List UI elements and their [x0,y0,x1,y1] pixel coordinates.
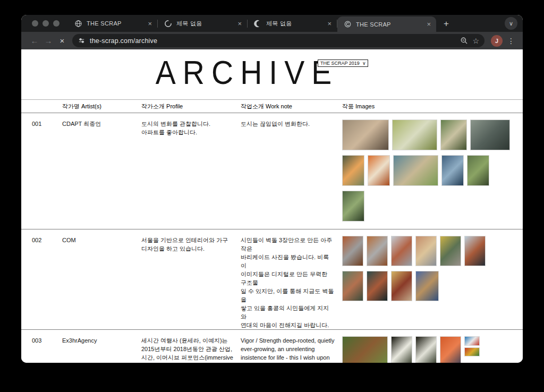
thumbnail-stack [464,336,480,356]
cycad-palm-thumbnail[interactable] [342,336,388,363]
profile-avatar[interactable]: J [491,35,503,47]
tab-the-scrap-active[interactable]: THE SCRAP × [337,16,436,32]
autumn-tree-thumbnail[interactable] [368,155,390,186]
profile-text: 도시의 변화를 관찰합니다. 아파트를 좋아합니다. [141,113,241,229]
barricade-collage-thumbnail[interactable] [415,271,439,301]
barricade-chalkboard-thumbnail[interactable] [342,271,363,301]
thumbnail-row [342,236,523,266]
trees-building-thumbnail[interactable] [440,120,467,150]
chevron-down-icon: ∨ [362,61,366,66]
page-viewport: ARCHIVE THE SCRAP 2019 ∨ 작가명 Artist(s) 작… [21,49,523,363]
barricade-arch-orange-thumbnail[interactable] [367,236,388,266]
barricade-yellow-case-thumbnail[interactable] [391,271,412,301]
artwork-images [342,113,523,229]
close-tab-icon[interactable]: × [327,20,332,27]
work-note-text: 시민들이 벽돌 3장만으로 만든 아주 작은 바리케이드 사진을 봤습니다. 비… [241,229,342,329]
barricade-portrait-thumbnail[interactable] [415,236,437,266]
thumbnail-row [342,120,523,150]
barricade-brick-white-thumbnail[interactable] [391,236,412,266]
tab-the-scrap-1[interactable]: THE SCRAP × [68,15,157,32]
tab-bar: THE SCRAP × 제목 없음 × 제목 없음 [21,15,523,32]
column-header-profile: 작가소개 Profile [141,103,241,110]
edition-select[interactable]: THE SCRAP 2019 ∨ [318,59,368,67]
artist-name: CDAPT 최종언 [62,113,141,229]
site-settings-icon[interactable] [78,37,86,45]
barricade-yellow-table-thumbnail[interactable] [440,236,461,266]
tab-untitled-2[interactable]: 제목 없음 × [248,15,337,32]
interior-window-thumbnail[interactable] [342,120,389,150]
artwork-images [342,330,523,363]
globe-icon [74,20,82,28]
work-note-text: Vigor / Strength deep-rooted, quietly ev… [241,330,342,363]
willow-path-thumbnail[interactable] [392,120,437,150]
green-path-thumbnail[interactable] [467,155,489,186]
back-button[interactable]: ← [28,36,41,45]
close-tab-icon[interactable]: × [148,20,152,27]
column-header-images: 작품 Images [342,103,523,110]
archive-table-body: 001CDAPT 최종언도시의 변화를 관찰합니다. 아파트를 좋아합니다.도시… [21,113,523,363]
new-tab-button[interactable]: + [444,19,449,28]
profile-text: 서울을 기반으로 인테리어와 가구 디자인을 하고 있습니다. [141,229,241,329]
blue-building-thumbnail[interactable] [441,155,464,186]
browser-window: THE SCRAP × 제목 없음 × 제목 없음 [21,15,523,363]
close-window-button[interactable] [32,20,38,27]
tab-untitled-1[interactable]: 제목 없음 × [158,15,247,32]
orchids-left-thumbnail[interactable] [391,336,412,363]
tab-title: THE SCRAP [87,20,143,27]
barricade-blue-sky-thumbnail[interactable] [464,236,486,266]
stop-loading-button[interactable]: × [55,36,69,45]
zoom-window-button[interactable] [53,20,60,27]
work-note-text: 도시는 끊임없이 변화한다. [241,113,342,229]
browser-toolbar: ← → × the-scrap.com/archive ☆ J ⋮ [21,32,523,49]
orchids-right-thumbnail[interactable] [415,336,437,363]
table-row: 001CDAPT 최종언도시의 변화를 관찰합니다. 아파트를 좋아합니다.도시… [21,113,523,229]
lake-dock-thumbnail[interactable] [393,155,438,186]
framed-print-thumbnail[interactable] [464,336,480,346]
close-tab-icon[interactable]: × [427,21,431,28]
column-header-worknote: 작업소개 Work note [241,103,342,110]
abandoned-room-thumbnail[interactable] [470,120,510,150]
tab-title: THE SCRAP [356,21,422,28]
address-bar[interactable]: the-scrap.com/archive ☆ [72,34,484,47]
tab-title: 제목 없음 [176,20,233,28]
row-number: 002 [21,229,62,329]
scrap-favicon-icon [344,20,352,28]
thumbnail-row [342,336,523,363]
moon-icon [254,20,262,28]
thumbnail-row [342,155,523,186]
bookmark-star-icon[interactable]: ☆ [472,37,479,45]
table-header-row: 작가명 Artist(s) 작가소개 Profile 작업소개 Work not… [21,99,523,113]
artist-name: Ex3hrAgency [62,330,141,363]
thumbnail-row [342,271,523,301]
artwork-images [342,229,523,329]
table-row: 002COM서울을 기반으로 인테리어와 가구 디자인을 하고 있습니다.시민들… [21,229,523,330]
archive-logo: ARCHIVE [156,53,338,92]
forest-trail-thumbnail[interactable] [342,191,364,221]
forward-button[interactable]: → [41,36,55,45]
desktop-background: THE SCRAP × 제목 없음 × 제목 없음 [0,0,544,392]
poster-print-thumbnail[interactable] [464,347,480,356]
minimize-window-button[interactable] [42,20,49,27]
thumbnail-row [342,191,523,221]
masthead: ARCHIVE THE SCRAP 2019 ∨ [21,49,523,99]
row-number: 001 [21,113,62,229]
barricade-leather-thumbnail[interactable] [367,271,388,301]
orange-velvet-thumbnail[interactable] [440,336,461,363]
url-text: the-scrap.com/archive [90,37,456,45]
tab-title: 제목 없음 [266,20,323,28]
close-tab-icon[interactable]: × [237,20,242,27]
table-row: 003Ex3hrAgency세시간 여행사 (윤세라, 이예지)는 2015년부… [21,330,523,363]
browser-menu-icon[interactable]: ⋮ [506,37,516,45]
artist-name: COM [62,229,141,329]
row-number: 003 [21,330,62,363]
spinner-icon [164,20,172,28]
zoom-out-icon[interactable] [460,37,468,45]
barricade-red-table-thumbnail[interactable] [342,236,363,266]
tab-search-chevron-button[interactable]: ∨ [505,17,517,30]
tabs: THE SCRAP × 제목 없음 × 제목 없음 [68,15,449,32]
archive-table: 작가명 Artist(s) 작가소개 Profile 작업소개 Work not… [21,99,523,363]
profile-text: 세시간 여행사 (윤세라, 이예지)는 2015년부터 2018년동안 관광 산… [141,330,241,363]
edition-select-value: THE SCRAP 2019 [320,61,360,66]
column-header-artist: 작가명 Artist(s) [62,103,141,110]
sunset-trees-thumbnail[interactable] [342,155,364,186]
